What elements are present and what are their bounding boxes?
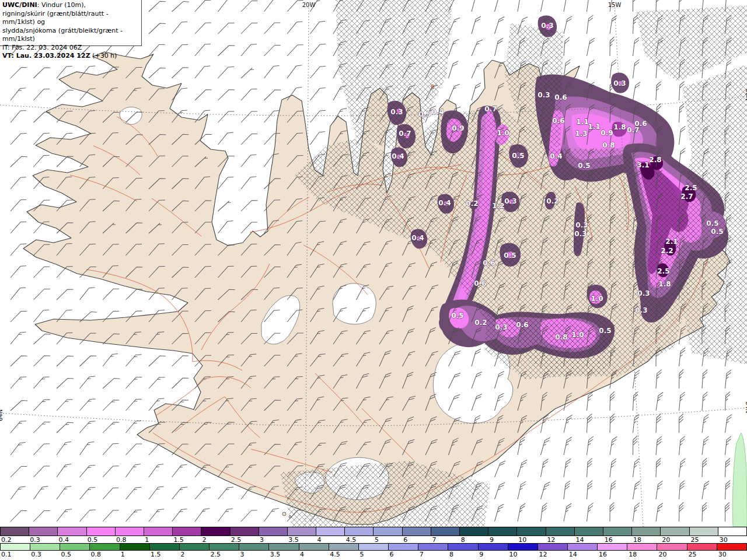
precip-value: 0.2: [546, 197, 558, 205]
precip-value: 0.6: [552, 117, 564, 125]
scale-cell: [598, 544, 627, 550]
precip-value: 2.7: [680, 192, 693, 201]
precip-value: 0.5: [512, 152, 524, 160]
scale-tick-label: 0.1: [1, 551, 12, 558]
precip-value: 2.5: [657, 267, 669, 275]
scale-cell: [180, 544, 210, 550]
scale-cell: [448, 544, 478, 550]
scale-cell: [359, 544, 389, 550]
precip-value: 0.4: [550, 152, 562, 160]
scale-cell: [173, 527, 201, 536]
precip-value: 2.5: [685, 184, 697, 192]
precip-value: 0.4: [438, 199, 451, 207]
precip-value: 0.6: [554, 93, 567, 102]
precip-value: 0.4: [411, 234, 424, 242]
scale-tick-label: 25: [689, 551, 697, 558]
scale-tick-label: 18: [629, 551, 637, 558]
precip-value: 0.8: [602, 141, 615, 149]
scale-cell: [30, 544, 60, 550]
scale-tick-label: 2: [180, 551, 184, 558]
precip-value: 0.9: [601, 129, 613, 137]
precip-value: 0.3: [541, 22, 553, 30]
precip-value: 0.7: [484, 105, 497, 113]
scale-tick-label: 20: [658, 551, 666, 558]
meridian-label-20w: 20W: [302, 2, 316, 8]
precip-value: 0.9: [452, 124, 464, 132]
precip-value: 0.3: [613, 79, 626, 88]
scale-cell: [418, 544, 448, 550]
precip-value: 2.2: [661, 247, 673, 255]
map-canvas: 0.30.30.30.60.50.40.30.70.61.11.11.30.91…: [0, 0, 747, 527]
precip-value: 0.3: [504, 197, 516, 205]
precip-value: 1.2: [492, 202, 504, 210]
precip-value: 0.6: [474, 279, 486, 288]
scale-cell: [1, 527, 29, 536]
precip-value: 0.5: [711, 228, 723, 236]
scale-cell: [58, 527, 86, 536]
scale-tick-label: 8: [449, 551, 453, 558]
precip-value: 1.8: [658, 280, 671, 288]
precip-value: 2.8: [649, 156, 661, 164]
precip-value: 3.1: [637, 161, 649, 169]
precip-value: 0.3: [495, 323, 507, 331]
scale-tick-label: 4: [300, 551, 304, 558]
scale-cell: [546, 527, 575, 536]
scale-cell: [627, 544, 657, 550]
scale-cell: [1, 544, 30, 550]
scale-cell: [718, 527, 746, 536]
precip-value: 0.5: [578, 162, 590, 170]
rain-scale-ticks: 0.10.30.50.811.522.533.544.5567891012141…: [0, 551, 747, 560]
precip-value: 0.2: [474, 318, 487, 327]
precip-value: 0.3: [635, 306, 647, 314]
precip-value: 2.1: [665, 237, 678, 246]
scale-cell: [120, 544, 150, 550]
parallel-label-64n-left: 64N: [0, 410, 4, 421]
scale-cell: [87, 527, 116, 536]
scale-cell: [210, 544, 239, 550]
precip-value: 0.3: [637, 289, 650, 298]
parallel-label-64n-right: 64N: [745, 401, 747, 413]
legend-box: UWC/DINI: Vindur (10m), rigning/skúrir (…: [0, 0, 142, 46]
snow-scale-cells: [0, 527, 747, 536]
precip-value: 0.5: [599, 327, 611, 335]
scale-cell: [316, 527, 345, 536]
scale-cell: [403, 527, 431, 536]
scale-cell: [657, 544, 687, 550]
precip-value: 1.0: [571, 331, 584, 339]
precip-value: 0.5: [504, 251, 516, 260]
scale-cell: [90, 544, 120, 550]
precip-value: 0.2: [466, 200, 478, 208]
scale-cell: [389, 544, 418, 550]
precip-value: 0.6: [483, 259, 495, 267]
precip-value: 1.1: [576, 118, 588, 126]
scale-tick-label: 1: [121, 551, 125, 558]
scale-cell: [201, 527, 230, 536]
scale-tick-label: 0.3: [31, 551, 41, 558]
scale-cell: [568, 544, 598, 550]
scale-cell: [150, 544, 180, 550]
scale-tick-label: 2.5: [210, 551, 221, 558]
precip-value: 0.4: [431, 108, 444, 116]
precip-value: 1.3: [575, 130, 587, 138]
scale-cell: [460, 527, 488, 536]
scale-tick-label: 0.8: [91, 551, 102, 558]
scale-cell: [575, 527, 603, 536]
precip-value: 0.7: [399, 130, 411, 138]
scale-tick-label: 30: [718, 551, 727, 558]
scale-tick-label: 12: [539, 551, 547, 558]
scale-cell: [29, 527, 58, 536]
precip-value: 1.1: [588, 123, 600, 131]
legend-line-5: VT: Lau. 23.03.2024 12Z (+30 h): [2, 52, 141, 61]
weather-map-app: 0.30.30.30.60.50.40.30.70.61.11.11.30.91…: [0, 0, 747, 560]
scale-cell: [374, 527, 402, 536]
weather-map: 0.30.30.30.60.50.40.30.70.61.11.11.30.91…: [0, 0, 747, 527]
precip-value: 0.6: [516, 321, 528, 329]
scale-tick-label: 9: [479, 551, 483, 558]
scale-cell: [288, 527, 316, 536]
scale-cell: [479, 544, 508, 550]
precip-value: 0.3: [537, 91, 550, 99]
snow-scale-ticks: 0.20.30.40.50.811.522.533.544.5567891012…: [0, 536, 747, 543]
scale-tick-label: 14: [569, 551, 577, 558]
precip-value: 1.0: [591, 295, 603, 303]
scale-cell: [231, 527, 259, 536]
